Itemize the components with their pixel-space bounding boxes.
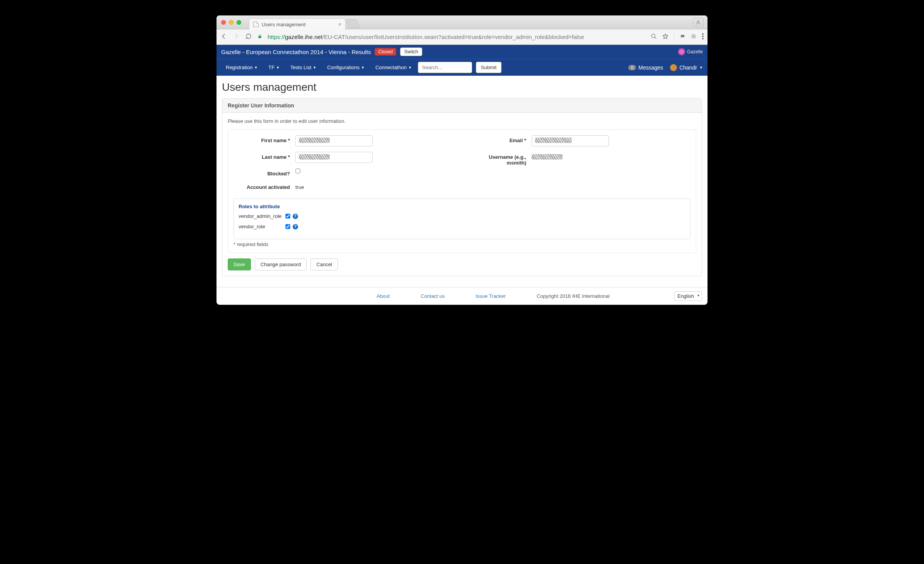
nav-user-menu[interactable]: Chandr ▼ bbox=[670, 64, 703, 71]
help-text: Please use this form in order to edit us… bbox=[228, 118, 696, 124]
redacted-value bbox=[299, 138, 330, 143]
browser-toolbar: https://gazelle.ihe.net/EU-CAT/users/use… bbox=[217, 29, 707, 45]
panel-heading: Register User Information bbox=[222, 99, 702, 113]
username-value bbox=[532, 152, 563, 161]
account-activated-label: Account activated bbox=[234, 182, 295, 190]
new-tab-button[interactable] bbox=[346, 19, 360, 28]
role-vendor-checkbox[interactable] bbox=[285, 224, 290, 229]
nav-tests-list[interactable]: Tests List▼ bbox=[286, 61, 321, 73]
status-badge: Closed bbox=[375, 48, 396, 56]
zoom-icon[interactable] bbox=[651, 33, 657, 41]
svg-point-0 bbox=[697, 20, 699, 22]
nav-tf[interactable]: TF▼ bbox=[264, 61, 284, 73]
role-vendor-admin-checkbox[interactable] bbox=[285, 214, 290, 218]
window-close-button[interactable] bbox=[221, 20, 226, 25]
roles-fieldset: Roles to attribute vendor_admin_role ? v… bbox=[234, 199, 690, 239]
page-title: Users management bbox=[222, 81, 702, 93]
extension-pin-icon[interactable] bbox=[680, 34, 685, 40]
blocked-label: Blocked? bbox=[234, 168, 295, 177]
email-label: Email * bbox=[470, 135, 532, 143]
lock-icon bbox=[257, 34, 262, 40]
role-row-vendor-admin: vendor_admin_role ? bbox=[239, 213, 685, 219]
nav-submit-button[interactable]: Submit bbox=[476, 62, 501, 73]
page-icon bbox=[253, 22, 259, 27]
svg-point-4 bbox=[702, 36, 704, 37]
field-first-name: First name * bbox=[234, 135, 454, 146]
svg-point-3 bbox=[702, 33, 704, 35]
tab-title: Users management bbox=[262, 22, 305, 27]
account-activated-value: true bbox=[295, 182, 304, 190]
browser-window: Users management × https://gazelle.ihe.n… bbox=[217, 15, 707, 305]
browser-profile-button[interactable] bbox=[693, 18, 704, 27]
bookmark-star-icon[interactable] bbox=[662, 33, 668, 41]
window-titlebar: Users management × bbox=[217, 15, 707, 29]
messages-count-badge: 0 bbox=[628, 65, 636, 70]
footer-about-link[interactable]: About bbox=[377, 293, 390, 299]
back-button[interactable] bbox=[220, 33, 227, 41]
nav-configurations[interactable]: Configurations▼ bbox=[322, 61, 369, 73]
nav-registration[interactable]: Registration▼ bbox=[221, 61, 262, 73]
switch-button[interactable]: Switch bbox=[400, 48, 422, 56]
drive-icon[interactable] bbox=[690, 33, 697, 41]
cancel-button[interactable]: Cancel bbox=[310, 258, 338, 270]
nav-messages[interactable]: 0 Messages bbox=[628, 65, 663, 71]
logo-text: Gazelle bbox=[687, 49, 703, 54]
role-row-vendor: vendor_role ? bbox=[239, 224, 685, 229]
field-last-name: Last name * bbox=[234, 152, 454, 163]
svg-point-5 bbox=[702, 38, 704, 39]
logo-icon bbox=[678, 48, 685, 56]
main-nav: Registration▼ TF▼ Tests List▼ Configurat… bbox=[217, 59, 707, 76]
page-footer: About Contact us Issue Tracker Copyright… bbox=[217, 287, 707, 305]
field-username: Username (e.g., msmith) bbox=[470, 152, 690, 166]
first-name-label: First name * bbox=[234, 135, 295, 143]
language-select[interactable]: English bbox=[674, 291, 702, 301]
blocked-checkbox[interactable] bbox=[295, 168, 300, 173]
save-button[interactable]: Save bbox=[228, 258, 251, 270]
footer-issue-link[interactable]: Issue Tracker bbox=[476, 293, 506, 299]
window-minimize-button[interactable] bbox=[229, 20, 234, 25]
browser-tab[interactable]: Users management × bbox=[249, 19, 346, 30]
last-name-label: Last name * bbox=[234, 152, 295, 160]
change-password-button[interactable]: Change password bbox=[255, 258, 307, 270]
app-logo: Gazelle bbox=[678, 48, 703, 56]
nav-connectathon[interactable]: Connectathon▼ bbox=[371, 61, 416, 73]
role-name: vendor_role bbox=[239, 224, 283, 229]
field-blocked: Blocked? bbox=[234, 168, 454, 177]
forward-button[interactable] bbox=[233, 33, 240, 41]
username-label: Username (e.g., msmith) bbox=[470, 152, 532, 166]
app-header: Gazelle - European Connectathon 2014 - V… bbox=[217, 45, 707, 59]
window-controls bbox=[217, 20, 241, 25]
footer-contact-link[interactable]: Contact us bbox=[421, 293, 445, 299]
roles-legend: Roles to attribute bbox=[239, 204, 685, 209]
register-user-panel: Register User Information Please use thi… bbox=[222, 98, 702, 276]
field-account-activated: Account activated true bbox=[234, 182, 454, 190]
window-maximize-button[interactable] bbox=[237, 20, 241, 25]
last-name-input[interactable] bbox=[295, 152, 373, 163]
browser-menu-icon[interactable] bbox=[702, 33, 704, 41]
avatar-icon bbox=[670, 64, 677, 71]
nav-search-input[interactable] bbox=[418, 62, 472, 73]
redacted-value bbox=[299, 154, 330, 160]
messages-label: Messages bbox=[638, 65, 663, 71]
separator bbox=[674, 32, 674, 42]
url-host: gazelle.ihe.net bbox=[285, 34, 322, 40]
page-content: Users management Register User Informati… bbox=[217, 76, 707, 287]
url-path: /EU-CAT/users/user/listUsersInstitution.… bbox=[322, 34, 584, 40]
field-email: Email * bbox=[470, 135, 690, 146]
redacted-value bbox=[532, 154, 563, 160]
svg-point-2 bbox=[651, 34, 655, 37]
required-note: * required fields bbox=[234, 241, 690, 247]
email-input[interactable] bbox=[532, 135, 609, 146]
username: Chandr bbox=[679, 65, 697, 71]
first-name-input[interactable] bbox=[295, 135, 373, 146]
reload-button[interactable] bbox=[245, 33, 252, 41]
close-tab-icon[interactable]: × bbox=[338, 21, 341, 27]
app-title: Gazelle - European Connectathon 2014 - V… bbox=[221, 49, 371, 55]
url-protocol: https:// bbox=[268, 34, 285, 40]
footer-copyright: Copyright 2016 IHE International bbox=[537, 293, 610, 299]
role-name: vendor_admin_role bbox=[239, 213, 283, 219]
svg-rect-1 bbox=[259, 36, 261, 38]
help-icon[interactable]: ? bbox=[293, 214, 298, 219]
address-bar[interactable]: https://gazelle.ihe.net/EU-CAT/users/use… bbox=[268, 34, 645, 40]
help-icon[interactable]: ? bbox=[293, 224, 298, 229]
